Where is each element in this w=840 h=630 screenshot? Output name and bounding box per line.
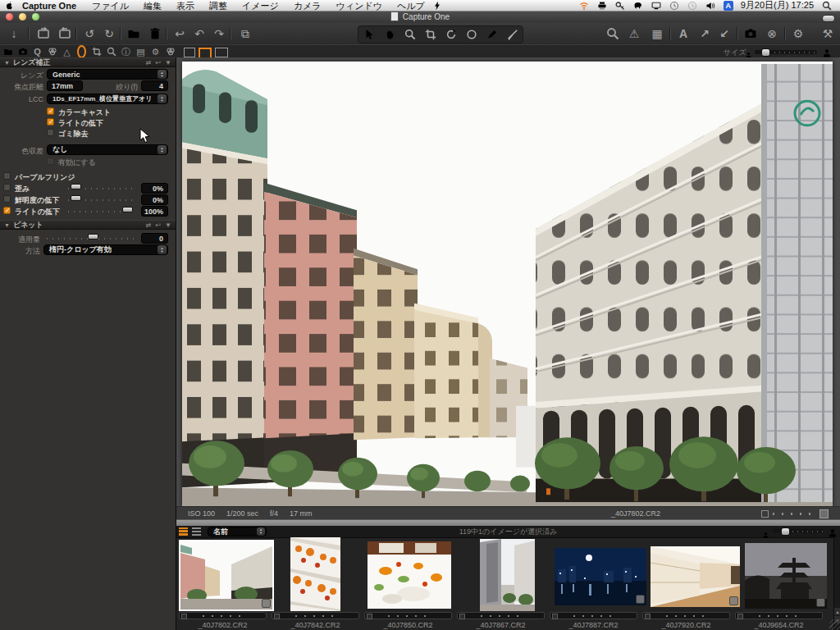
browser-size-slider-thumb[interactable]: [781, 527, 790, 536]
undo-button[interactable]: ↶: [190, 25, 208, 42]
zoom-in-large-icon[interactable]: [819, 509, 829, 518]
pick-checkbox[interactable]: [367, 614, 372, 619]
resize-grip[interactable]: [829, 619, 840, 630]
color-cast-checkbox[interactable]: [47, 107, 54, 115]
thumbnail-temple[interactable]: [745, 543, 827, 609]
straighten-tool[interactable]: [443, 27, 459, 42]
grid-overlay-button[interactable]: ▦: [648, 25, 666, 42]
keychain-status-icon[interactable]: [615, 1, 626, 11]
export-button[interactable]: ↗: [696, 25, 714, 42]
light-falloff-slider[interactable]: [68, 207, 137, 213]
timemachine-status-icon[interactable]: [687, 1, 698, 11]
draw-mask-tool[interactable]: [484, 27, 500, 42]
pan-hand-tool[interactable]: [381, 27, 398, 42]
history-back-button[interactable]: ↩: [171, 25, 189, 42]
ca-enable-checkbox[interactable]: [47, 158, 54, 165]
tab-exposure-icon[interactable]: △: [60, 46, 74, 57]
distortion-slider[interactable]: [68, 184, 137, 190]
rating-dots[interactable]: [666, 615, 709, 617]
stepper-icon[interactable]: [158, 145, 167, 154]
pick-checkbox[interactable]: [459, 614, 465, 619]
light-falloff-amount-checkbox[interactable]: [3, 207, 11, 214]
distortion-checkbox[interactable]: [3, 184, 11, 191]
rotate-cw-button[interactable]: ↻: [100, 25, 118, 42]
collapse-icon[interactable]: ▼: [4, 60, 10, 66]
tab-capture-icon[interactable]: [16, 46, 30, 57]
distortion-value[interactable]: 0%: [141, 183, 168, 194]
menu-image[interactable]: イメージ: [235, 0, 286, 11]
rating-bar[interactable]: [457, 612, 545, 619]
vignette-panel-header[interactable]: ▼ ビネット ⇄ ↩ ▼: [0, 220, 176, 230]
loupe-button[interactable]: [604, 25, 622, 42]
thumbnail-food-table[interactable]: [368, 541, 451, 609]
browser-scrollbar[interactable]: ▲ ▼: [833, 537, 840, 630]
display-status-icon[interactable]: [651, 1, 662, 11]
window-titlebar[interactable]: Capture One: [0, 11, 840, 24]
vignette-method-select[interactable]: 楕円-クロップ有効: [43, 244, 168, 255]
collapse-icon[interactable]: ▼: [4, 222, 10, 228]
tab-adjustments-icon[interactable]: ▤: [134, 46, 148, 57]
zoom-out-small-icon[interactable]: [761, 510, 769, 518]
menu-window[interactable]: ウィンドウ: [329, 0, 390, 11]
spot-removal-tool[interactable]: [463, 27, 480, 42]
annotations-button[interactable]: A: [674, 25, 692, 42]
zoom-tool[interactable]: [402, 27, 418, 42]
preferences-button[interactable]: ⚙: [789, 25, 807, 42]
sharpness-falloff-value[interactable]: 0%: [141, 194, 168, 205]
sharpness-falloff-slider-thumb[interactable]: [71, 195, 81, 201]
clone-variant-button[interactable]: ⧉: [236, 25, 254, 42]
sharpness-falloff-checkbox[interactable]: [3, 195, 11, 203]
chromatic-aberration-select[interactable]: なし: [47, 144, 168, 155]
import-back-button[interactable]: ↙: [715, 25, 733, 42]
evernote-status-icon[interactable]: [633, 1, 644, 11]
zoom-dots-track[interactable]: [773, 513, 815, 515]
thumbnail-street-portrait[interactable]: [480, 539, 535, 611]
menu-file[interactable]: ファイル: [84, 0, 136, 11]
script-menu-icon[interactable]: [432, 1, 443, 11]
dust-removal-checkbox[interactable]: [47, 129, 54, 136]
rotate-right-frame-button[interactable]: [56, 25, 74, 42]
pick-checkbox[interactable]: [645, 614, 651, 619]
light-falloff-checkbox[interactable]: [47, 118, 54, 126]
vignette-amount-value[interactable]: 0: [141, 233, 168, 244]
thumbnail-street-selected[interactable]: [180, 541, 272, 609]
tab-color-icon[interactable]: [45, 46, 59, 57]
tab-metadata-icon[interactable]: ⓘ: [119, 46, 133, 57]
input-method-badge[interactable]: A: [724, 1, 733, 11]
viewer-size-slider-thumb[interactable]: [761, 48, 770, 57]
spotlight-icon[interactable]: [821, 1, 832, 11]
lens-select[interactable]: Generic: [47, 69, 168, 80]
stepper-icon[interactable]: [158, 70, 167, 79]
toolbar-toggle-lozenge[interactable]: [822, 15, 835, 22]
menu-edit[interactable]: 編集: [136, 0, 169, 11]
apple-menu-icon[interactable]: [3, 1, 14, 11]
reset-panel-icon[interactable]: ↩: [155, 59, 161, 66]
scroll-up-button[interactable]: ▲: [834, 608, 840, 615]
thumbnail-corridor[interactable]: [651, 546, 740, 607]
main-photo[interactable]: [182, 62, 833, 506]
printer-status-icon[interactable]: [597, 1, 608, 11]
multi-view-button[interactable]: [184, 48, 195, 57]
tab-lens-icon-active[interactable]: [75, 46, 89, 57]
menu-view[interactable]: 表示: [169, 0, 202, 11]
rating-bar[interactable]: [272, 612, 359, 619]
move-to-folder-button[interactable]: [125, 25, 143, 42]
rating-dots[interactable]: [388, 615, 431, 617]
lens-correction-panel-header[interactable]: ▼ レンズ補正 ⇄ ↩ ▼: [0, 57, 176, 67]
pick-checkbox[interactable]: [737, 614, 743, 619]
proof-view-button[interactable]: [215, 48, 228, 57]
rotate-ccw-button[interactable]: ↺: [80, 25, 98, 42]
stepper-icon[interactable]: [158, 94, 167, 103]
exposure-warning-button[interactable]: ⚠: [625, 25, 643, 42]
rating-bar[interactable]: [179, 612, 267, 619]
rating-dots[interactable]: [573, 615, 616, 617]
pointer-tool[interactable]: [361, 27, 377, 42]
redo-button[interactable]: ↷: [210, 25, 228, 42]
light-falloff-value[interactable]: 100%: [141, 206, 168, 217]
vignette-amount-slider[interactable]: [47, 234, 134, 240]
white-balance-picker-tool[interactable]: [504, 27, 521, 42]
customize-toolbar-button[interactable]: ⚒: [819, 25, 837, 42]
rating-bar[interactable]: [364, 612, 452, 619]
rating-dots[interactable]: [481, 615, 523, 617]
tab-library-icon[interactable]: [1, 46, 15, 57]
